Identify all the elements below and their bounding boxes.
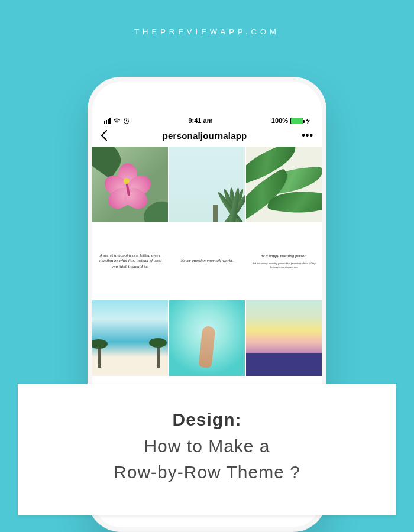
battery-percent: 100%	[271, 117, 288, 124]
signal-icon	[104, 118, 111, 124]
caption-title: How to Make a Row-by-Row Theme ?	[32, 433, 382, 485]
grid-image-palm[interactable]	[169, 147, 245, 222]
quote-text: Be a happy morning person.	[260, 254, 308, 259]
more-icon[interactable]: •••	[302, 130, 313, 141]
grid-quote[interactable]: Be a happy morning person. Not the crank…	[246, 223, 322, 299]
grid-image-ocean[interactable]	[169, 300, 245, 376]
wifi-icon	[113, 118, 121, 124]
alarm-icon	[123, 118, 130, 124]
nav-bar: personaljournalapp •••	[92, 125, 322, 147]
caption-title-line: How to Make a	[144, 436, 270, 456]
caption-label: Design:	[32, 410, 382, 430]
charging-icon	[306, 118, 310, 124]
status-left	[104, 118, 130, 124]
grid-image-sunset[interactable]	[246, 300, 322, 376]
back-icon[interactable]	[101, 130, 108, 141]
caption-title-line: Row-by-Row Theme ?	[114, 462, 300, 482]
quote-subtext: Not the cranky morning person that fanta…	[251, 262, 317, 269]
profile-username[interactable]: personaljournalapp	[163, 131, 247, 141]
battery-icon	[290, 118, 303, 124]
quote-text: Never question your self-worth.	[181, 258, 234, 264]
quote-text: A secret to happiness is letting every s…	[97, 253, 163, 270]
grid-quote[interactable]: A secret to happiness is letting every s…	[92, 223, 168, 299]
grid-image-beach[interactable]	[92, 300, 168, 376]
status-right: 100%	[271, 117, 310, 124]
status-time: 9:41 am	[188, 117, 212, 124]
grid-quote[interactable]: Never question your self-worth.	[169, 223, 245, 299]
site-watermark: THEPREVIEWAPP.COM	[0, 27, 414, 36]
grid-image-banana[interactable]	[246, 147, 322, 222]
status-bar: 9:41 am 100%	[92, 113, 322, 125]
grid-image-hibiscus[interactable]	[92, 147, 168, 222]
caption-card: Design: How to Make a Row-by-Row Theme ?	[18, 384, 396, 515]
